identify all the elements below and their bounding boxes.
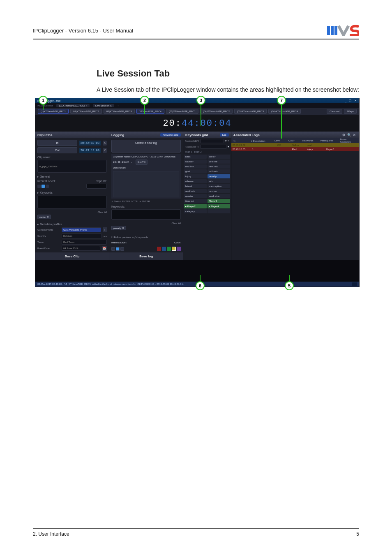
col-color[interactable]: Color [288,139,300,142]
clip-clear-all[interactable]: Clear All [37,210,107,213]
player-tab-2[interactable]: Live Session X [93,104,114,107]
out-button[interactable]: Out [37,147,77,153]
current-profile[interactable]: Cust Metadata Profile [62,227,101,232]
description-box[interactable] [113,171,179,197]
country-field[interactable]: Belgium [62,234,102,238]
keywords-input[interactable] [37,196,107,208]
recorder-2[interactable]: 02|XTNanoPGE_REC3 [104,109,135,114]
profiles-toggle[interactable]: ▸ Metadata profiles [37,223,107,226]
in-button[interactable]: In [37,140,77,146]
kw-tab-en[interactable]: Football (EN) [185,140,199,142]
player-tab-1[interactable]: 13_XTNanoNGE_REC5 x [56,104,90,107]
color-swatches[interactable] [157,247,181,251]
kw-cell[interactable]: category [184,209,207,213]
kw-cell[interactable]: recover [208,189,230,193]
log-keywords-input[interactable] [111,209,181,220]
out-clear[interactable]: X [103,148,107,153]
col-desc[interactable]: ▾ Description [251,139,272,142]
switch-enter-checkbox[interactable]: ✓ Switch ENTER / CTRL + ENTER [111,200,181,203]
kw-cell[interactable]: end line [184,164,207,169]
kw-cell[interactable]: goal [184,169,207,173]
recorder-1[interactable]: 01|XTNanoPGE_REC2 [70,109,101,114]
in-clear[interactable]: X [103,141,107,146]
interest-stars[interactable] [37,184,107,189]
fkeys-button[interactable]: FKeys [344,109,357,114]
r1-kw: goal [307,144,323,146]
calendar-icon[interactable]: 📅 [102,246,107,251]
kw-cell[interactable]: defense [208,160,230,164]
profile-add-icon[interactable]: + [103,227,107,232]
country-lbl: Country [37,235,60,237]
recorder-4[interactable]: (03)XTNanoNGE_REC1 [166,109,198,114]
kw-cell[interactable]: counter [184,160,207,164]
kw-cell[interactable]: time out [184,199,207,203]
assoc-title: Associated Logs [233,133,260,137]
kw-cell[interactable]: lateral [184,184,207,188]
clip-name-field[interactable]: xt_pge_130395a [37,160,107,173]
in-tc: 20:42:50:03 [79,141,101,146]
kw-cell[interactable]: injury [184,174,207,178]
kw-page1[interactable]: page 1 [185,150,192,153]
keywords-grid-pill[interactable]: Keywords grid [160,133,181,136]
assoc-row-1[interactable]: 20:43:22:02 OO Yellow goal [231,143,359,147]
kw-cell[interactable]: audi kick [184,189,207,193]
recorder-5[interactable]: (04)XTNanoNGE_REC2 [200,109,233,114]
kw-cell[interactable]: weak side [208,194,230,198]
save-log-button[interactable]: Save log [109,252,183,260]
player-tab-add[interactable]: + [118,104,119,107]
kw-cell[interactable]: free kick [208,164,230,169]
col-level[interactable]: Level [274,139,286,142]
col-part[interactable]: Participants [320,139,337,142]
kw-cell[interactable]: kick [208,179,230,183]
player-tabs[interactable]: PlayerSelector 13_XTNanoNGE_REC5 x Live … [35,103,359,108]
kw-cell[interactable]: center [208,155,230,159]
save-clip-button[interactable]: Save Clip [35,252,109,260]
general-toggle[interactable]: ▸ General [37,175,107,178]
kw-cell[interactable]: offense [184,179,207,183]
recorder-7[interactable]: (06)XTNanoNGE_REC4 [268,109,301,114]
callout-5: 5 [285,281,294,290]
close-icon[interactable]: ✕ [353,133,357,137]
kw-tab-fr[interactable]: Football (FR) [185,146,199,148]
window-controls[interactable]: _ ▢ ✕ [345,99,357,102]
follow-prev-checkbox[interactable]: ☐ Follow previous log's keywords [111,236,181,238]
clip-infos-panel: Clip Infos In 20:42:50:03 X Out 20:43:13… [35,132,109,260]
kw-cell[interactable]: back [184,155,207,159]
search-icon[interactable]: 🔍 [347,133,351,137]
col-kw[interactable]: Keywords [302,139,318,142]
event-date-field[interactable]: 04 June 2014 [62,246,100,251]
tape-id-field[interactable] [86,184,107,189]
r2-tc: 20:43:15:05 [233,148,250,150]
filter-icon[interactable]: ⚙ [342,133,346,137]
kw-cell[interactable]: interception [208,184,230,188]
create-log-button[interactable]: Create a new log [111,140,181,153]
col-tc[interactable]: TC [233,139,249,142]
log-pill[interactable]: Log [220,133,229,136]
kw-cell[interactable]: ▸ Player2 [184,204,207,208]
kw-cell[interactable] [208,209,230,213]
timecode-a: 20: [163,118,182,129]
log-interest-rank[interactable] [111,247,124,251]
current-profile-lbl: Current Profile [37,229,60,231]
team-field[interactable]: Red Team [62,240,107,245]
keywords-grid-panel: Keywords gridLog Football (EN)▾ + Footba… [183,132,231,260]
assoc-header-row: TC ▾ Description Level Color Keywords Pa… [231,138,359,143]
keywords-toggle[interactable]: ▸ Keywords [37,191,107,194]
kw-cell[interactable]: ▸ Player4 [208,204,230,208]
col-pk[interactable]: Ported Keywords [340,138,357,143]
kw-cell[interactable]: penalty [208,174,230,178]
kw-cell[interactable]: halfback [208,169,230,173]
kw-cell[interactable]: quarter [184,194,207,198]
kw-cell[interactable]: Player5 [208,199,230,203]
recorder-3[interactable]: XTNanoPGE_REC4 [136,109,164,114]
get-tc-button[interactable]: Get TC [136,160,148,165]
log-clear-all[interactable]: Clear All [111,221,181,224]
kw-chip-center[interactable]: center ✕ [37,215,51,219]
status-right-icon[interactable] [352,282,357,286]
kw-page2[interactable]: page 2 [194,150,201,153]
recorder-6[interactable]: (05)XTNanoNGE_REC3 [234,109,267,114]
clear-selection-button[interactable]: Clear sel [327,109,342,114]
assoc-row-2[interactable]: 20:43:15:05 1 Red Injury Player5 [231,147,359,151]
callout-6: 6 [196,281,205,290]
kw-chip-penalty[interactable]: penalty ✕ [111,226,126,230]
